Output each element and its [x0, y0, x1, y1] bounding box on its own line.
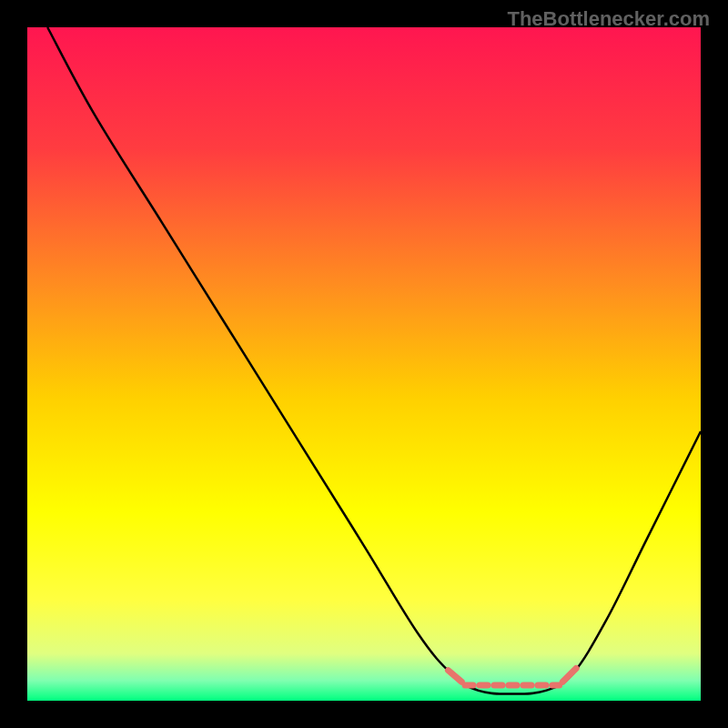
bottleneck-chart [0, 0, 728, 728]
plot-background [27, 27, 701, 701]
chart-container: TheBottlenecker.com [0, 0, 728, 728]
watermark-text: TheBottlenecker.com [507, 7, 710, 31]
